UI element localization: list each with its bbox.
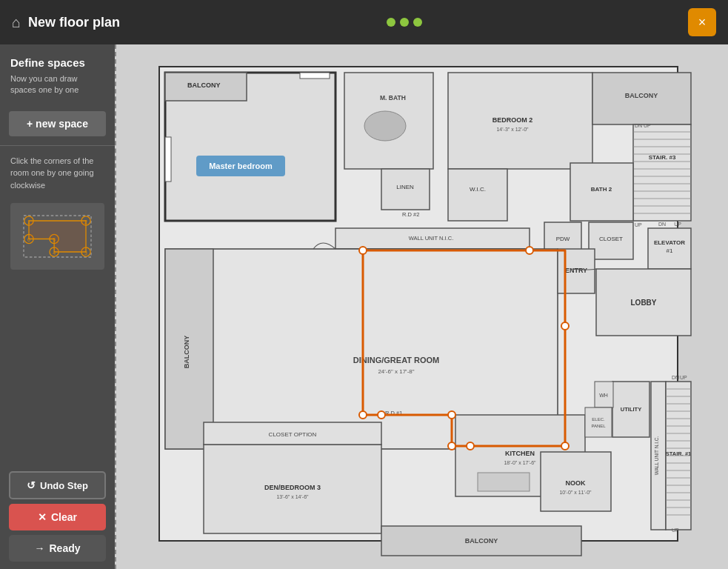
svg-rect-116 <box>300 73 330 79</box>
svg-text:DINING/GREAT ROOM: DINING/GREAT ROOM <box>353 356 440 365</box>
svg-text:STAIR. #1: STAIR. #1 <box>666 450 691 457</box>
svg-text:DN: DN <box>635 123 642 128</box>
svg-rect-115 <box>165 137 171 182</box>
svg-text:CLOSET OPTION: CLOSET OPTION <box>269 431 317 438</box>
undo-step-button[interactable]: ↺ Undo Step <box>9 471 106 499</box>
svg-text:UTILITY: UTILITY <box>621 406 641 413</box>
svg-text:14'-3" x 12'-0": 14'-3" x 12'-0" <box>496 127 529 132</box>
path-corner[interactable] <box>359 247 367 254</box>
svg-text:W.I.C.: W.I.C. <box>470 186 486 193</box>
sidebar: Define spaces Now you can draw spaces on… <box>0 44 115 569</box>
corner-diagram-svg: 1 2 3 4 5 6 <box>18 210 97 262</box>
svg-text:DN: DN <box>658 222 666 227</box>
page-title: New floor plan <box>28 15 120 30</box>
svg-text:BEDROOM 2: BEDROOM 2 <box>492 116 533 124</box>
sidebar-bottom: ↺ Undo Step ✕ Clear → Ready <box>0 465 115 569</box>
clear-label: Clear <box>51 511 77 523</box>
svg-text:DEN/BEDROOM 3: DEN/BEDROOM 3 <box>264 484 321 491</box>
svg-point-21 <box>364 111 406 141</box>
svg-rect-27 <box>633 124 691 221</box>
svg-text:WALL UNIT N.I.C.: WALL UNIT N.I.C. <box>409 235 454 242</box>
new-space-label: + new space <box>27 118 88 130</box>
svg-text:LOBBY: LOBBY <box>631 299 657 307</box>
svg-text:10'-0" x 11'-0": 10'-0" x 11'-0" <box>559 490 592 495</box>
master-bedroom-label: Master bedroom <box>209 162 273 170</box>
svg-text:ELEC.: ELEC. <box>592 417 605 422</box>
svg-text:UP: UP <box>672 528 679 533</box>
undo-step-label: Undo Step <box>40 480 88 491</box>
new-space-button[interactable]: + new space <box>9 111 106 136</box>
svg-text:ELEVATOR: ELEVATOR <box>654 239 685 246</box>
path-corner[interactable] <box>467 442 474 450</box>
svg-text:UP: UP <box>680 375 687 380</box>
clear-x-icon: ✕ <box>38 511 47 523</box>
svg-text:BATH 2: BATH 2 <box>591 186 612 193</box>
svg-text:DN: DN <box>672 375 679 380</box>
path-corner[interactable] <box>561 322 569 330</box>
svg-text:UP: UP <box>674 222 681 227</box>
close-button[interactable]: × <box>688 8 716 36</box>
svg-text:BALCONY: BALCONY <box>625 92 658 99</box>
sidebar-top: Define spaces Now you can draw spaces on… <box>0 44 115 104</box>
ready-label: Ready <box>49 542 80 554</box>
dot-1 <box>387 18 395 27</box>
sidebar-divider <box>0 145 115 146</box>
svg-text:LINEN: LINEN <box>396 184 414 190</box>
svg-text:STAIR. #3: STAIR. #3 <box>649 154 676 161</box>
floorplan-svg: BALCONY Master bedroom M. BATH BEDROOM 2… <box>115 44 728 569</box>
path-corner[interactable] <box>359 411 367 419</box>
svg-text:R.D #2: R.D #2 <box>402 211 419 218</box>
titlebar-left: ⌂ New floor plan <box>12 14 120 31</box>
path-corner[interactable] <box>378 411 385 419</box>
svg-text:24'-6" x 17'-8": 24'-6" x 17'-8" <box>378 368 414 375</box>
path-corner[interactable] <box>448 411 455 419</box>
ready-arrow-icon: → <box>34 542 44 554</box>
define-spaces-desc: Now you can draw spaces one by one <box>10 73 104 96</box>
corner-diagram: 1 2 3 4 5 6 <box>10 203 104 270</box>
svg-text:PDW: PDW <box>556 236 570 242</box>
svg-rect-72 <box>478 473 530 491</box>
svg-text:#1: #1 <box>667 247 673 254</box>
svg-rect-85 <box>585 407 612 437</box>
svg-rect-45 <box>448 169 507 221</box>
svg-text:BALCONY: BALCONY <box>465 537 498 545</box>
undo-icon: ↺ <box>27 479 36 491</box>
svg-text:PANEL: PANEL <box>591 424 606 428</box>
titlebar: ⌂ New floor plan × <box>0 0 728 44</box>
sidebar-divider-line <box>115 44 116 569</box>
home-icon: ⌂ <box>12 14 21 31</box>
svg-text:13'-6" x 14'-6": 13'-6" x 14'-6" <box>276 494 309 499</box>
titlebar-dots <box>387 18 422 27</box>
sidebar-instructions: Click the corners of the room one by one… <box>0 147 115 199</box>
svg-text:NOOK: NOOK <box>566 479 587 487</box>
ready-button[interactable]: → Ready <box>9 535 106 562</box>
svg-text:M. BATH: M. BATH <box>380 94 406 102</box>
svg-text:WH: WH <box>599 393 608 398</box>
dot-2 <box>400 18 409 27</box>
path-corner[interactable] <box>561 442 569 450</box>
clear-button[interactable]: ✕ Clear <box>9 504 106 530</box>
define-spaces-title: Define spaces <box>10 56 104 69</box>
floorplan-area[interactable]: BALCONY Master bedroom M. BATH BEDROOM 2… <box>115 44 728 569</box>
dot-3 <box>413 18 422 27</box>
path-corner[interactable] <box>526 247 533 254</box>
main-layout: Define spaces Now you can draw spaces on… <box>0 44 728 569</box>
svg-text:UP: UP <box>635 222 642 227</box>
svg-text:BALCONY: BALCONY <box>183 336 190 369</box>
svg-text:BALCONY: BALCONY <box>187 81 221 89</box>
svg-text:CLOSET: CLOSET <box>599 236 623 242</box>
svg-text:UP: UP <box>644 123 651 128</box>
svg-text:18'-0" x 17'-6": 18'-0" x 17'-6" <box>504 460 536 465</box>
svg-text:ENTRY: ENTRY <box>565 267 587 274</box>
svg-text:WALL UNIT N.I.C.: WALL UNIT N.I.C. <box>654 436 659 476</box>
path-corner[interactable] <box>448 442 455 450</box>
svg-text:KITCHEN: KITCHEN <box>505 450 535 457</box>
